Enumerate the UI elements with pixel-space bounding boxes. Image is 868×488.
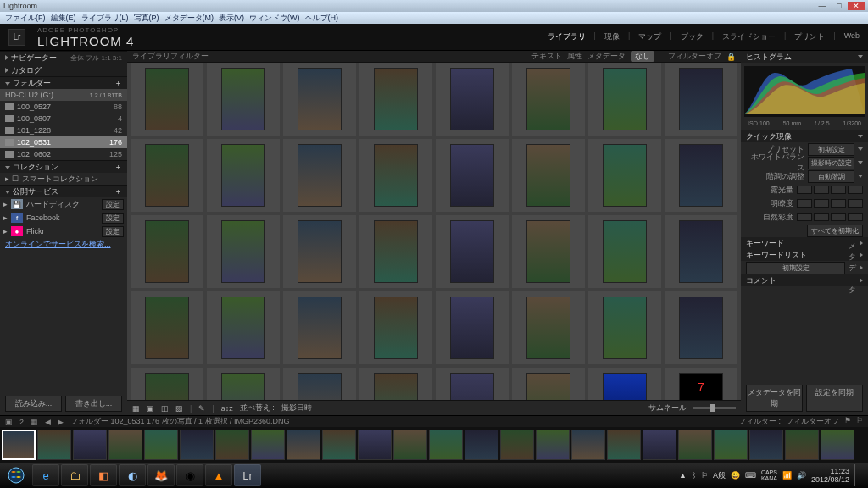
ime-tool-icon[interactable]: ⌨ — [745, 471, 756, 480]
grid-cell[interactable] — [131, 215, 203, 288]
filmstrip-thumb[interactable] — [144, 430, 178, 460]
lock-icon[interactable]: 🔒 — [726, 53, 736, 61]
sort-value[interactable]: 撮影日時 — [281, 402, 312, 413]
folder-item[interactable]: 102_0531176 — [0, 136, 127, 148]
autotone-button[interactable]: 自動階調 — [808, 170, 854, 183]
reset-all-button[interactable]: すべてを初期化 — [807, 225, 863, 237]
tray-bluetooth-icon[interactable]: ᛒ — [692, 471, 696, 480]
sync-settings-button[interactable]: 設定を同期 — [806, 385, 863, 412]
publish-service[interactable]: ▸💾ハードディスク設定 — [0, 197, 127, 211]
filmstrip-thumb[interactable] — [393, 430, 427, 460]
filmstrip-thumb[interactable] — [536, 430, 570, 460]
flag-pick-icon[interactable]: ⚑ — [844, 416, 851, 427]
close-button[interactable]: ✕ — [848, 2, 865, 10]
grid-cell[interactable]: 7 — [665, 368, 737, 400]
filmstrip-thumb[interactable] — [2, 430, 36, 460]
filmstrip-thumb[interactable] — [287, 430, 320, 460]
grid-cell[interactable] — [588, 63, 661, 136]
grid-cell[interactable] — [207, 63, 280, 136]
filmstrip-thumb[interactable] — [714, 430, 748, 460]
quickdev-header[interactable]: クイック現像 — [741, 130, 868, 142]
grid-cell[interactable] — [436, 215, 509, 288]
second-window-icon[interactable]: 2 — [19, 418, 24, 426]
breadcrumb[interactable]: フォルダー 102_0531 176 枚の写真 / 1 枚選択 / IMGP23… — [70, 416, 290, 427]
filmstrip-thumb[interactable] — [821, 430, 854, 460]
filmstrip-thumb[interactable] — [73, 430, 107, 460]
menu-item[interactable]: ファイル(F) — [5, 13, 46, 24]
filter-off[interactable]: フィルターオフ — [668, 51, 721, 62]
export-button[interactable]: 書き出し... — [65, 396, 122, 412]
meta-preset[interactable]: 初期設定 — [746, 262, 845, 274]
import-button[interactable]: 読み込み... — [5, 396, 62, 412]
grid-cell[interactable] — [207, 291, 280, 364]
folder-item[interactable]: 100_052788 — [0, 101, 127, 113]
menu-item[interactable]: ライブラリ(L) — [81, 13, 129, 24]
grid-cell[interactable] — [665, 139, 737, 212]
grid-cell[interactable] — [436, 63, 509, 136]
grid-cell[interactable] — [359, 215, 432, 288]
grid-cell[interactable] — [131, 139, 203, 212]
grid-cell[interactable] — [359, 63, 432, 136]
filter-tab[interactable]: メタデータ — [587, 51, 626, 62]
preset-dropdown[interactable]: 初期設定 — [808, 143, 854, 156]
menu-item[interactable]: 写真(P) — [134, 13, 159, 24]
grid-cell[interactable] — [512, 368, 585, 400]
publish-service[interactable]: ▸fFacebook設定 — [0, 211, 127, 225]
taskbar-app1-icon[interactable]: ◧ — [90, 464, 117, 486]
sync-metadata-button[interactable]: メタデータを同期 — [746, 385, 803, 412]
grid-cell[interactable] — [207, 215, 280, 288]
grid-cell[interactable] — [283, 63, 356, 136]
grid-cell[interactable] — [436, 139, 509, 212]
filmstrip-filter-off[interactable]: フィルターオフ — [786, 416, 839, 427]
filter-tab[interactable]: 属性 — [567, 51, 582, 62]
filmstrip-thumb[interactable] — [500, 430, 534, 460]
grid-cell[interactable] — [207, 368, 280, 400]
service-setup-button[interactable]: 設定 — [102, 213, 124, 224]
tray-action-icon[interactable]: ⚐ — [701, 471, 708, 480]
menu-item[interactable]: ウィンドウ(W) — [249, 13, 300, 24]
clock-time[interactable]: 11:23 — [811, 467, 849, 475]
navigator-header[interactable]: ナビゲーター 全体 フル 1:1 3:1 — [0, 52, 127, 64]
filmstrip-thumb[interactable] — [607, 430, 641, 460]
module-tab[interactable]: ライブラリ — [548, 31, 586, 42]
grid-cell[interactable] — [588, 139, 661, 212]
grid-cell[interactable] — [283, 215, 356, 288]
stepper[interactable] — [797, 213, 863, 221]
filmstrip-thumb[interactable] — [643, 430, 676, 460]
grid-cell[interactable] — [283, 368, 356, 400]
service-setup-button[interactable]: 設定 — [102, 199, 124, 210]
filmstrip-thumb[interactable] — [215, 430, 249, 460]
filmstrip-thumb[interactable] — [785, 430, 819, 460]
histogram-header[interactable]: ヒストグラム — [741, 51, 868, 63]
grid-cell[interactable] — [207, 139, 280, 212]
publish-service[interactable]: ▸●Flickr設定 — [0, 225, 127, 238]
folder-item[interactable]: 102_0602125 — [0, 148, 127, 160]
folder-item[interactable]: 101_122842 — [0, 125, 127, 136]
menu-item[interactable]: メタデータ(M) — [164, 13, 214, 24]
filmstrip-thumb[interactable] — [322, 430, 356, 460]
clock-date[interactable]: 2012/08/12 — [811, 475, 849, 484]
maximize-button[interactable]: □ — [831, 2, 848, 10]
painter-icon[interactable]: ✎ — [198, 404, 205, 413]
ime-mode-icon[interactable]: 😃 — [731, 471, 740, 480]
volume-header[interactable]: HD-CLU2 (G:) 1.2 / 1.81TB — [0, 89, 127, 101]
main-window-icon[interactable]: ▣ — [5, 418, 13, 426]
grid-cell[interactable] — [665, 291, 737, 364]
grid-cell[interactable] — [436, 368, 509, 400]
grid-cell[interactable] — [512, 139, 585, 212]
tray-expand-icon[interactable]: ▲ — [679, 471, 687, 480]
menu-item[interactable]: 編集(E) — [51, 13, 76, 24]
grid-cell[interactable] — [283, 291, 356, 364]
filmstrip-thumb[interactable] — [571, 430, 605, 460]
taskbar-explorer-icon[interactable]: 🗀 — [61, 464, 88, 486]
thumbnail-slider[interactable] — [693, 407, 736, 409]
module-tab[interactable]: 現像 — [604, 31, 620, 42]
grid-cell[interactable] — [359, 291, 432, 364]
filmstrip-thumb[interactable] — [749, 430, 783, 460]
filmstrip-thumb[interactable] — [465, 430, 498, 460]
grid-cell[interactable] — [512, 215, 585, 288]
grid-cell[interactable] — [665, 63, 737, 136]
grid-cell[interactable] — [512, 63, 585, 136]
start-button[interactable] — [2, 464, 31, 486]
sort-direction-icon[interactable]: a↕z — [221, 404, 233, 413]
